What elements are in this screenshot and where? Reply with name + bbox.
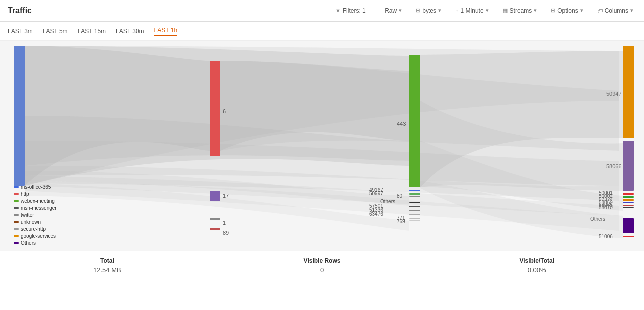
legend: ms-office-365 http webex-meeting msn-mes…: [14, 184, 57, 246]
legend-color-google: [14, 235, 19, 237]
minute-chevron-icon: ▾: [486, 7, 489, 14]
legend-item-others: Others: [14, 240, 57, 246]
columns-chevron-icon: ▾: [630, 7, 633, 14]
svg-rect-8: [210, 228, 220, 230]
legend-label-twitter: twitter: [21, 212, 34, 218]
svg-rect-6: [210, 218, 220, 220]
legend-label-msn: msn-messenger: [21, 205, 57, 211]
bytes-control[interactable]: ⊞ bytes ▾: [413, 6, 444, 16]
visible-rows-label: Visible Rows: [304, 257, 341, 264]
legend-item-secure: secure-http: [14, 226, 57, 232]
legend-item-ms365: ms-office-365: [14, 184, 57, 190]
svg-rect-2: [210, 61, 220, 156]
legend-label-webex: webex-meeting: [21, 198, 55, 204]
legend-item-unknown: unknown: [14, 219, 57, 225]
options-label: Options: [557, 7, 578, 14]
legend-item-google: google-services: [14, 233, 57, 239]
total-label: Total: [100, 257, 114, 264]
sankey-svg: 6 17 1 89 443 49167 50997 80 Others 5750…: [0, 41, 644, 251]
svg-rect-16: [409, 196, 420, 197]
streams-control[interactable]: ▦ Streams ▾: [500, 6, 540, 16]
svg-rect-12: [409, 190, 420, 191]
legend-color-http: [14, 193, 19, 195]
legend-item-msn: msn-messenger: [14, 205, 57, 211]
svg-rect-22: [409, 210, 420, 211]
visible-total-label: Visible/Total: [519, 257, 554, 264]
time-btn-5m[interactable]: LAST 5m: [43, 28, 68, 35]
legend-color-secure: [14, 228, 19, 230]
svg-text:63476: 63476: [369, 211, 383, 217]
raw-control[interactable]: ≡ Raw ▾: [377, 6, 405, 16]
time-btn-3m[interactable]: LAST 3m: [8, 28, 33, 35]
legend-item-twitter: twitter: [14, 212, 57, 218]
total-value: 12.54 MB: [93, 266, 121, 274]
svg-rect-20: [409, 206, 420, 207]
legend-item-http: http: [14, 191, 57, 197]
svg-rect-14: [409, 193, 420, 195]
bytes-icon: ⊞: [416, 7, 420, 14]
minute-control[interactable]: ○ 1 Minute ▾: [452, 6, 492, 16]
legend-label-unknown: unknown: [21, 219, 41, 225]
svg-rect-19: [409, 202, 420, 203]
streams-icon: ▦: [503, 7, 508, 14]
svg-rect-4: [210, 191, 220, 201]
svg-rect-34: [623, 193, 634, 195]
legend-label-http: http: [21, 191, 29, 197]
svg-rect-24: [409, 214, 420, 215]
svg-rect-38: [623, 199, 634, 201]
time-btn-1h[interactable]: LAST 1h: [154, 27, 177, 36]
filters-label: Filters: 1: [343, 7, 366, 14]
options-icon: ⊞: [551, 7, 555, 14]
legend-label-ms365: ms-office-365: [21, 184, 51, 190]
bytes-chevron-icon: ▾: [438, 7, 441, 14]
time-btn-15m[interactable]: LAST 15m: [78, 28, 106, 35]
svg-text:443: 443: [397, 121, 406, 127]
svg-rect-32: [623, 141, 634, 191]
svg-text:50997: 50997: [369, 191, 383, 196]
raw-icon: ≡: [380, 8, 383, 14]
options-chevron-icon: ▾: [580, 7, 583, 14]
columns-label: Columns: [605, 7, 628, 14]
header-controls: ▼ Filters: 1 ≡ Raw ▾ ⊞ bytes ▾ ○ 1 Minut…: [332, 6, 636, 16]
svg-rect-26: [409, 218, 420, 219]
legend-color-webex: [14, 200, 19, 202]
svg-text:89: 89: [223, 230, 229, 236]
svg-rect-42: [623, 205, 634, 206]
visible-rows-value: 0: [320, 266, 324, 274]
sankey-diagram: 6 17 1 89 443 49167 50997 80 Others 5750…: [0, 41, 644, 251]
svg-rect-47: [623, 218, 634, 233]
footer-stats: Total 12.54 MB Visible Rows 0 Visible/To…: [0, 251, 644, 280]
svg-rect-48: [623, 236, 634, 237]
svg-text:6: 6: [223, 108, 226, 114]
svg-rect-44: [623, 207, 634, 208]
stat-visible-total: Visible/Total 0.00%: [429, 251, 644, 280]
svg-rect-1: [14, 46, 25, 186]
legend-color-others: [14, 242, 19, 244]
legend-label-others: Others: [21, 240, 36, 246]
columns-control[interactable]: 🏷 Columns ▾: [594, 6, 636, 16]
minute-label: 1 Minute: [461, 7, 484, 14]
legend-label-google: google-services: [21, 233, 56, 239]
svg-rect-36: [623, 196, 634, 198]
svg-rect-28: [409, 220, 420, 221]
streams-label: Streams: [510, 7, 532, 14]
legend-color-twitter: [14, 214, 19, 216]
time-btn-30m[interactable]: LAST 30m: [116, 28, 144, 35]
svg-text:17: 17: [223, 193, 229, 199]
svg-rect-40: [623, 202, 634, 203]
legend-color-unknown: [14, 221, 19, 223]
svg-text:1: 1: [223, 220, 226, 226]
legend-color-ms365: [14, 186, 19, 188]
options-control[interactable]: ⊞ Options ▾: [548, 6, 586, 16]
columns-icon: 🏷: [597, 8, 603, 14]
filters-control[interactable]: ▼ Filters: 1: [332, 6, 369, 16]
legend-color-msn: [14, 207, 19, 209]
legend-item-webex: webex-meeting: [14, 198, 57, 204]
time-nav: LAST 3m LAST 5m LAST 15m LAST 30m LAST 1…: [0, 22, 644, 41]
svg-rect-30: [623, 46, 634, 138]
svg-text:769: 769: [397, 219, 405, 224]
page-title: Traffic: [8, 6, 32, 15]
streams-chevron-icon: ▾: [534, 7, 537, 14]
svg-text:80: 80: [397, 193, 403, 199]
visible-total-value: 0.00%: [528, 266, 546, 274]
